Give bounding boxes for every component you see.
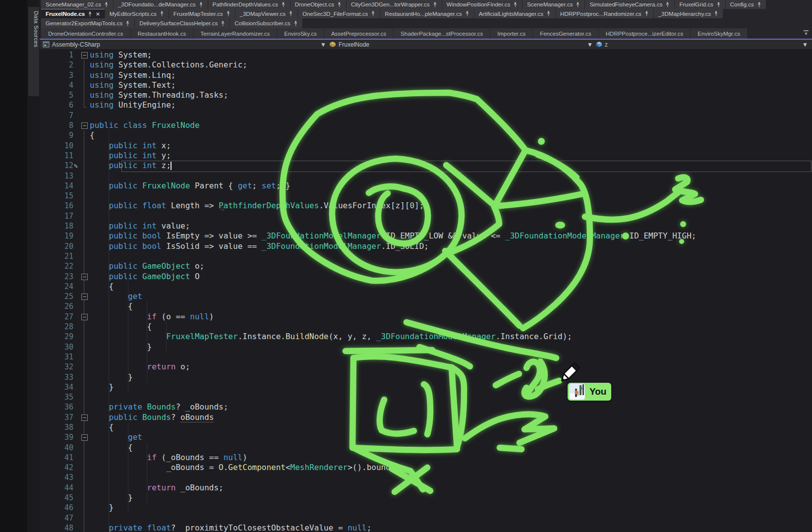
tab[interactable]: SceneManager_02.cs: [41, 0, 113, 9]
code-line[interactable]: 23– public GameObject O: [40, 272, 812, 282]
tab[interactable]: _3DMapHierarchy.cs: [654, 9, 723, 18]
pin-icon[interactable]: [199, 2, 203, 7]
tab[interactable]: EnviroSkyMgr.cs: [691, 28, 747, 39]
pin-icon[interactable]: [226, 11, 231, 16]
tab[interactable]: SimulatedFisheyeCamera.cs: [585, 0, 674, 9]
code-line[interactable]: 31: [40, 352, 812, 362]
code-line[interactable]: 22 public GameObject o;: [40, 261, 812, 271]
pin-icon[interactable]: [716, 2, 721, 7]
code-line[interactable]: 47: [40, 513, 812, 523]
tab[interactable]: RestaurantHook.cs: [131, 28, 193, 39]
pin-icon[interactable]: [160, 11, 164, 16]
breadcrumb-member[interactable]: z: [596, 40, 608, 49]
fold-collapse-icon[interactable]: –: [81, 122, 88, 129]
tab[interactable]: HDRPPostproc...Randomizer.cs: [556, 9, 653, 18]
pin-icon[interactable]: [281, 2, 286, 7]
fold-collapse-icon[interactable]: –: [81, 434, 88, 441]
fold-collapse-icon[interactable]: –: [81, 52, 88, 59]
code-line[interactable]: 46 }: [40, 503, 812, 513]
tab[interactable]: FruxelMapTester.cs: [169, 9, 235, 18]
code-line[interactable]: 3using System.Linq;: [40, 70, 812, 80]
code-line[interactable]: 30 }: [40, 342, 812, 352]
pin-icon[interactable]: [337, 2, 342, 7]
chevron-down-icon[interactable]: ▼: [587, 40, 593, 49]
tab[interactable]: FencesGenerator.cs: [533, 28, 598, 39]
code-line[interactable]: 4using System.Text;: [40, 80, 812, 90]
code-line[interactable]: 36 private Bounds? _oBounds;: [40, 402, 812, 412]
code-line[interactable]: 25– get: [40, 292, 812, 301]
breadcrumb-type[interactable]: FruxelNode: [329, 40, 369, 49]
pin-icon[interactable]: [371, 11, 375, 16]
tab-active[interactable]: FruxelNode.cs✕: [41, 9, 105, 18]
code-line[interactable]: 41 if (_oBounds == null): [40, 453, 812, 463]
code-line[interactable]: 7: [40, 111, 812, 120]
code-line[interactable]: 12✎ public int z;: [40, 161, 812, 171]
code-line[interactable]: 39– get: [40, 432, 812, 442]
fold-collapse-icon[interactable]: –: [81, 274, 88, 280]
tab[interactable]: EnviroSky.cs: [277, 28, 324, 39]
pin-icon[interactable]: [88, 11, 92, 17]
pin-icon[interactable]: [125, 21, 130, 26]
tab[interactable]: OneSec3D_FileFormat.cs: [298, 9, 380, 18]
tab[interactable]: ShaderPackage...stProcessor.cs: [394, 28, 490, 39]
fold-collapse-icon[interactable]: –: [81, 414, 88, 421]
code-line[interactable]: 18 public int value;: [40, 221, 812, 231]
tab[interactable]: AssetPreprocessor.cs: [324, 28, 393, 39]
code-line[interactable]: 9{: [40, 130, 812, 140]
tab[interactable]: CollisionSubscriber.cs: [230, 18, 302, 28]
code-line[interactable]: 6using UnityEngine;: [40, 100, 812, 110]
code-line[interactable]: 17: [40, 211, 812, 221]
code-line[interactable]: 19 public bool IsEmpty => value >= _3DFo…: [40, 231, 812, 241]
code-line[interactable]: 10 public int x;: [40, 141, 812, 151]
pin-icon[interactable]: [221, 21, 225, 26]
tab[interactable]: Importer.cs: [490, 28, 532, 39]
code-line[interactable]: 16 public float Length => PathfinderDept…: [40, 201, 812, 211]
tab[interactable]: DroneOrientationController.cs: [41, 28, 130, 39]
close-icon[interactable]: ✕: [95, 11, 100, 17]
code-line[interactable]: 21: [40, 251, 812, 261]
pin-icon[interactable]: [293, 21, 298, 26]
tab[interactable]: MyEditorScripts.cs: [105, 9, 169, 18]
pin-icon[interactable]: [289, 11, 293, 16]
code-line[interactable]: 33 }: [40, 372, 812, 382]
fold-collapse-icon[interactable]: –: [81, 294, 88, 300]
code-line[interactable]: 28 {: [40, 322, 812, 332]
code-editor[interactable]: 1–using System;2using System.Collections…: [40, 49, 812, 532]
pin-icon[interactable]: [757, 2, 761, 7]
code-line[interactable]: 1–using System;: [40, 50, 812, 60]
tab[interactable]: SceneManager.cs: [522, 0, 584, 9]
code-line[interactable]: 32 return o;: [40, 362, 812, 372]
code-line[interactable]: 8–public class FruxelNode: [40, 120, 812, 130]
tab[interactable]: TerrainLayerRandomizer.cs: [193, 28, 277, 39]
data-sources-vertical-tab[interactable]: Data Sources: [28, 7, 39, 96]
code-line[interactable]: 14 public FruxelNode Parent { get; set; …: [40, 181, 812, 191]
pin-icon[interactable]: [104, 2, 109, 7]
code-line[interactable]: 35: [40, 392, 812, 402]
code-line[interactable]: 11 public int y;: [40, 151, 812, 161]
code-line[interactable]: 5using System.Threading.Tasks;: [40, 90, 812, 100]
pin-icon[interactable]: [714, 11, 718, 16]
pin-icon[interactable]: [665, 2, 670, 7]
tab[interactable]: PathfinderDepthValues.cs: [208, 0, 290, 9]
code-line[interactable]: 37– public Bounds? oBounds: [40, 413, 812, 422]
chevron-down-icon[interactable]: ▼: [802, 40, 808, 49]
tab[interactable]: _3DFoundatio...delManager.cs: [114, 0, 208, 9]
code-line[interactable]: 43: [40, 473, 812, 482]
tab[interactable]: WindowPositionFinder.cs: [442, 0, 522, 9]
code-line[interactable]: 24 {: [40, 282, 812, 292]
code-line[interactable]: 44 return _oBounds;: [40, 483, 812, 493]
tab[interactable]: RestaurantHo...pleManager.cs: [380, 9, 473, 18]
pin-icon[interactable]: [576, 2, 580, 7]
code-line[interactable]: 38 {: [40, 422, 812, 432]
code-line[interactable]: 26 {: [40, 301, 812, 311]
pin-icon[interactable]: [465, 11, 469, 16]
code-line[interactable]: 15: [40, 191, 812, 201]
tab[interactable]: Config.cs: [726, 0, 766, 9]
tab[interactable]: _3DMapViewer.cs: [235, 9, 297, 18]
breadcrumb-project[interactable]: Assembly-CSharp: [43, 40, 100, 49]
code-line[interactable]: 40 {: [40, 443, 812, 453]
tab[interactable]: ArtificialLightsManager.cs: [474, 9, 555, 18]
tab[interactable]: DeliverySurfaceClassHelper.cs: [135, 18, 230, 28]
pin-icon[interactable]: [644, 11, 649, 16]
code-line[interactable]: 45 }: [40, 493, 812, 503]
